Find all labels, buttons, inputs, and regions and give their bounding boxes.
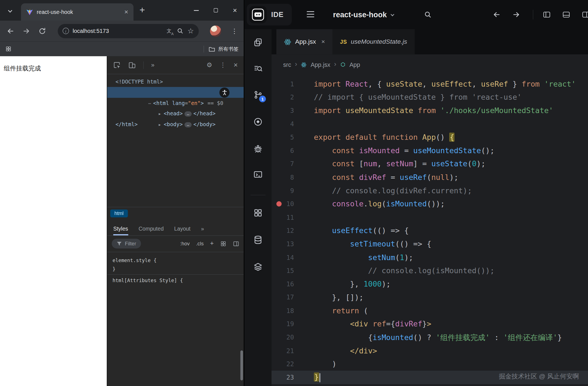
browser-menu-icon[interactable]: ⋮	[231, 27, 238, 35]
gutter[interactable]: 17	[271, 294, 302, 301]
apps-grid-icon[interactable]	[5, 46, 12, 52]
code-text[interactable]: import useMountedState from './hooks/use…	[302, 106, 553, 115]
code-line[interactable]: 15 // console.log(isMounted());	[271, 264, 588, 277]
code-line[interactable]: 5export default function App() {	[271, 131, 588, 144]
navigate-forward-icon[interactable]	[512, 10, 521, 19]
devtools-close-icon[interactable]: ×	[234, 61, 238, 69]
code-text[interactable]: // import { useMountedState } from 'reac…	[302, 93, 522, 102]
code-text[interactable]: )	[302, 360, 336, 368]
project-files-icon[interactable]	[253, 38, 263, 47]
gutter[interactable]: 2	[271, 94, 302, 101]
devtools-menu-icon[interactable]: ⋮	[220, 61, 226, 69]
all-bookmarks-folder[interactable]: 所有书签	[218, 45, 239, 52]
grid-icon[interactable]	[220, 240, 227, 247]
breadcrumb-chip-html[interactable]: html	[110, 209, 128, 217]
forward-icon[interactable]	[22, 26, 31, 35]
tab-search-button[interactable]	[5, 7, 15, 16]
code-text[interactable]: const [num, setNum] = useState(0);	[302, 159, 485, 168]
tab-styles[interactable]: Styles	[113, 225, 128, 235]
url-text[interactable]: localhost:5173	[73, 28, 162, 34]
devtools-scrollbar[interactable]	[240, 350, 243, 380]
code-text[interactable]: }	[302, 373, 320, 382]
code-text[interactable]: setTimeout(() => {	[302, 240, 431, 248]
code-line[interactable]: 17 }, []);	[271, 291, 588, 304]
gutter[interactable]: 8	[271, 174, 302, 181]
code-line[interactable]: 1import React, { useState, useEffect, us…	[271, 77, 588, 91]
gutter[interactable]: 13	[271, 240, 302, 248]
tab-usemountedstate-js[interactable]: JS useMountedState.js	[332, 29, 415, 54]
project-widget[interactable]: react-use-hook	[333, 0, 394, 29]
gutter[interactable]: 10	[271, 200, 302, 208]
search-everywhere-icon[interactable]	[253, 64, 263, 74]
code-text[interactable]: export default function App() {	[302, 133, 455, 142]
code-line[interactable]: 8 const divRef = useRef(null);	[271, 170, 588, 184]
profile-avatar[interactable]	[210, 25, 221, 36]
code-text[interactable]: }, 1000);	[302, 279, 391, 288]
toggle-left-panel-icon[interactable]	[543, 11, 551, 19]
code-text[interactable]: setNum(1);	[302, 253, 413, 262]
styles-filter-input[interactable]: Filter	[112, 239, 141, 248]
version-control-icon[interactable]: 1	[253, 90, 263, 100]
gutter[interactable]: 6	[271, 147, 302, 154]
gutter[interactable]: 5	[271, 133, 302, 141]
code-line[interactable]: 2// import { useMountedState } from 'rea…	[271, 91, 588, 104]
clipped-style-rule[interactable]: html[Attributes Style] {	[113, 276, 244, 285]
toggle-right-panel-icon[interactable]	[582, 11, 588, 19]
gutter[interactable]: 15	[271, 267, 302, 274]
gutter[interactable]: 7	[271, 160, 302, 168]
more-tabs-icon[interactable]: »	[201, 225, 204, 235]
gutter[interactable]: 4	[271, 120, 302, 128]
breakpoint-icon[interactable]	[276, 201, 282, 207]
code-text[interactable]: <div ref={divRef}>	[302, 319, 431, 328]
code-line[interactable]: 7 const [num, setNum] = useState(0);	[271, 157, 588, 171]
gutter[interactable]: 12	[271, 227, 302, 234]
tab-layout[interactable]: Layout	[174, 225, 191, 235]
code-line[interactable]: 3import useMountedState from './hooks/us…	[271, 104, 588, 117]
gutter[interactable]: 23	[271, 373, 302, 381]
code-line[interactable]: 16 }, 1000);	[271, 277, 588, 291]
code-line[interactable]: 20 {isMounted() ? '组件挂载完成' : '组件还在编译'}	[271, 331, 588, 344]
target-icon[interactable]	[253, 117, 263, 127]
code-text[interactable]: // console.log(isMounted());	[302, 266, 495, 275]
gutter[interactable]: 19	[271, 320, 302, 328]
code-text[interactable]: // console.log(divRef.current);	[302, 186, 472, 195]
code-editor[interactable]: 1import React, { useState, useEffect, us…	[271, 75, 588, 386]
gutter[interactable]: 1	[271, 80, 302, 88]
gutter[interactable]: 18	[271, 307, 302, 314]
inspect-element-icon[interactable]	[113, 61, 121, 69]
tab-close-icon[interactable]: ×	[321, 38, 325, 46]
devtools-node-html-open[interactable]: ⋯<html lang="en">== $0	[107, 87, 244, 98]
gutter[interactable]: 16	[271, 280, 302, 288]
run-console-icon[interactable]	[253, 170, 263, 180]
code-text[interactable]: const isMounted = useMountedState();	[302, 146, 495, 155]
gutter[interactable]: 20	[271, 334, 302, 341]
toggle-hover-state-button[interactable]: :hov	[180, 241, 189, 246]
code-line[interactable]: 18 return (	[271, 304, 588, 317]
code-text[interactable]: const divRef = useRef(null);	[302, 173, 458, 182]
gutter[interactable]: 11	[271, 214, 302, 221]
search-icon[interactable]	[424, 11, 432, 19]
code-line[interactable]: 12 useEffect(() => {	[271, 224, 588, 237]
gear-icon[interactable]: ⚙	[206, 61, 212, 69]
code-text[interactable]: import React, { useState, useEffect, use…	[302, 79, 576, 88]
code-line[interactable]: 13 setTimeout(() => {	[271, 237, 588, 251]
minimize-button[interactable]	[194, 10, 199, 11]
code-text[interactable]: return (	[302, 306, 368, 315]
translate-icon[interactable]: 文A	[165, 28, 173, 34]
code-text[interactable]: console.log(isMounted());	[302, 199, 445, 208]
code-line[interactable]: 14 setNum(1);	[271, 251, 588, 264]
reload-icon[interactable]	[38, 27, 47, 35]
zoom-icon[interactable]	[177, 27, 184, 35]
window-close-button[interactable]: ×	[233, 7, 237, 14]
accessibility-icon[interactable]	[219, 87, 229, 97]
database-icon[interactable]	[253, 235, 263, 245]
tab-close-icon[interactable]: ×	[124, 9, 128, 15]
breadcrumb-app[interactable]: App	[349, 61, 360, 68]
code-text[interactable]: }, []);	[302, 293, 364, 302]
gutter[interactable]: 21	[271, 347, 302, 355]
code-line[interactable]: 4	[271, 117, 588, 131]
back-icon[interactable]	[6, 26, 15, 35]
devtools-node-html-close[interactable]: </html>	[107, 119, 244, 130]
new-tab-button[interactable]: +	[140, 4, 145, 15]
bug-icon[interactable]	[253, 144, 263, 154]
